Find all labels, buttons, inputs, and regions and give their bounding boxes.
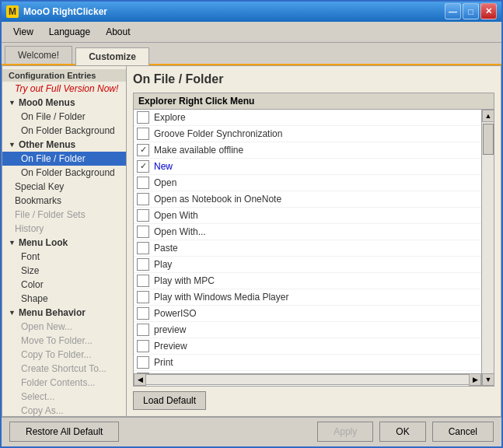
- sidebar-select: Select...: [2, 390, 126, 404]
- sidebar-copy-to-folder: Copy To Folder...: [2, 348, 126, 362]
- list-item-text: Open With: [154, 210, 198, 221]
- bottom-bar: Restore All Default Apply OK Cancel: [2, 417, 501, 446]
- sidebar-menu-behavior[interactable]: ▼ Menu Behavior: [2, 306, 126, 320]
- menu-about[interactable]: About: [99, 24, 137, 40]
- list-container: Explorer Right Click Menu ExploreGroove …: [133, 93, 494, 387]
- sidebar-on-file-folder[interactable]: On File / Folder: [2, 110, 126, 124]
- list-item-text: Paste: [154, 243, 178, 254]
- triangle-icon-4: ▼: [9, 309, 16, 317]
- sidebar-on-folder-bg[interactable]: On Folder Background: [2, 124, 126, 138]
- list-checkbox[interactable]: [137, 307, 149, 320]
- v-scrollbar: ▲ ▼: [481, 110, 494, 386]
- app-icon: M: [6, 5, 19, 18]
- list-checkbox[interactable]: ✓: [137, 144, 149, 156]
- list-item-text: Play: [154, 259, 172, 270]
- list-checkbox[interactable]: [137, 177, 149, 189]
- list-item[interactable]: Play with MPC: [134, 273, 481, 289]
- list-item[interactable]: Print: [134, 355, 481, 371]
- list-checkbox[interactable]: [137, 340, 149, 352]
- sidebar-color[interactable]: Color: [2, 278, 126, 292]
- list-checkbox[interactable]: [137, 193, 149, 205]
- tab-customize[interactable]: Customize: [75, 47, 149, 65]
- list-item[interactable]: Open: [134, 175, 481, 191]
- list-checkbox[interactable]: [137, 128, 149, 140]
- list-item[interactable]: Play: [134, 257, 481, 273]
- list-main: ExploreGroove Folder Synchronization✓Mak…: [134, 110, 481, 386]
- list-item-text: New: [154, 161, 173, 172]
- h-scroll-track[interactable]: [146, 374, 469, 385]
- sidebar-on-file-folder-2[interactable]: On File / Folder: [2, 152, 126, 166]
- cancel-button[interactable]: Cancel: [432, 422, 494, 442]
- v-scroll-down[interactable]: ▼: [482, 373, 494, 386]
- list-item-text: Open: [154, 177, 176, 188]
- list-item-text: Make available offline: [154, 145, 243, 156]
- list-item[interactable]: Explore: [134, 110, 481, 126]
- list-checkbox[interactable]: [137, 226, 149, 238]
- sidebar-menu-look[interactable]: ▼ Menu Look: [2, 236, 126, 250]
- title-bar: M MooO RightClicker — □ ✕: [2, 2, 501, 22]
- list-checkbox[interactable]: ✓: [137, 160, 149, 173]
- triangle-icon-2: ▼: [9, 141, 16, 149]
- restore-all-default-button[interactable]: Restore All Default: [9, 422, 119, 442]
- sidebar-on-folder-bg-2[interactable]: On Folder Background: [2, 166, 126, 180]
- minimize-button[interactable]: —: [445, 3, 461, 19]
- h-scroll-right[interactable]: ▶: [469, 373, 481, 386]
- list-item-text: Open as Notebook in OneNote: [154, 194, 281, 205]
- sidebar-folder-contents: Folder Contents...: [2, 376, 126, 390]
- list-checkbox[interactable]: [137, 275, 149, 287]
- app-title: MooO RightClicker: [23, 6, 445, 17]
- list-item-text: Print: [154, 357, 173, 368]
- sidebar-size[interactable]: Size: [2, 264, 126, 278]
- list-checkbox[interactable]: [137, 324, 149, 336]
- list-item[interactable]: Paste: [134, 240, 481, 257]
- list-checkbox[interactable]: [137, 356, 149, 369]
- list-item[interactable]: Groove Folder Synchronization: [134, 126, 481, 142]
- list-checkbox[interactable]: [137, 242, 149, 254]
- sidebar-moo0-menus[interactable]: ▼ Moo0 Menus: [2, 96, 126, 110]
- sidebar-special-key[interactable]: Special Key: [2, 180, 126, 194]
- list-item[interactable]: PowerISO: [134, 306, 481, 322]
- list-item-text: Preview: [154, 341, 187, 352]
- apply-button[interactable]: Apply: [317, 422, 373, 442]
- tab-welcome[interactable]: Welcome!: [5, 46, 72, 64]
- list-checkbox[interactable]: [137, 111, 149, 124]
- list-item[interactable]: Open as Notebook in OneNote: [134, 191, 481, 208]
- menu-language[interactable]: Language: [42, 24, 97, 40]
- sidebar-file-folder-sets: File / Folder Sets: [2, 208, 126, 222]
- list-checkbox[interactable]: [137, 291, 149, 303]
- menu-bar: View Language About: [2, 22, 501, 43]
- sidebar-font[interactable]: Font: [2, 250, 126, 264]
- sidebar-bookmarks[interactable]: Bookmarks: [2, 194, 126, 208]
- list-item[interactable]: preview: [134, 322, 481, 338]
- list-item[interactable]: Open With...: [134, 224, 481, 240]
- title-buttons: — □ ✕: [445, 3, 497, 19]
- v-scroll-track[interactable]: [482, 122, 494, 373]
- maximize-button[interactable]: □: [463, 3, 479, 19]
- list-checkbox[interactable]: [137, 209, 149, 222]
- sidebar-shape[interactable]: Shape: [2, 292, 126, 306]
- list-item-text: Play with Windows Media Player: [154, 292, 288, 303]
- sidebar-other-menus[interactable]: ▼ Other Menus: [2, 138, 126, 152]
- v-scroll-up[interactable]: ▲: [482, 110, 494, 122]
- list-item-text: Open With...: [154, 226, 206, 237]
- list-item[interactable]: ✓New: [134, 159, 481, 175]
- close-button[interactable]: ✕: [480, 3, 497, 19]
- sidebar-history: History: [2, 222, 126, 236]
- list-item-text: PowerISO: [154, 308, 197, 319]
- list-item-text: Groove Folder Synchronization: [154, 128, 282, 139]
- sidebar-copy-as: Copy As...: [2, 404, 126, 416]
- list-item[interactable]: ✓Make available offline: [134, 142, 481, 159]
- tab-bar: Welcome! Customize: [2, 43, 501, 65]
- load-default-button[interactable]: Load Default: [133, 391, 206, 410]
- list-checkbox[interactable]: [137, 258, 149, 271]
- ok-button[interactable]: OK: [379, 422, 425, 442]
- list-item[interactable]: Preview: [134, 338, 481, 355]
- menu-view[interactable]: View: [6, 24, 40, 40]
- sidebar-try-full[interactable]: Try out Full Version Now!: [2, 82, 126, 96]
- sidebar-open-new: Open New...: [2, 320, 126, 334]
- config-entries-label: Configuration Entries: [2, 69, 126, 82]
- h-scroll-left[interactable]: ◀: [134, 373, 146, 386]
- list-item[interactable]: Play with Windows Media Player: [134, 289, 481, 306]
- main-content: Configuration Entries Try out Full Versi…: [2, 65, 501, 417]
- list-item[interactable]: Open With: [134, 208, 481, 224]
